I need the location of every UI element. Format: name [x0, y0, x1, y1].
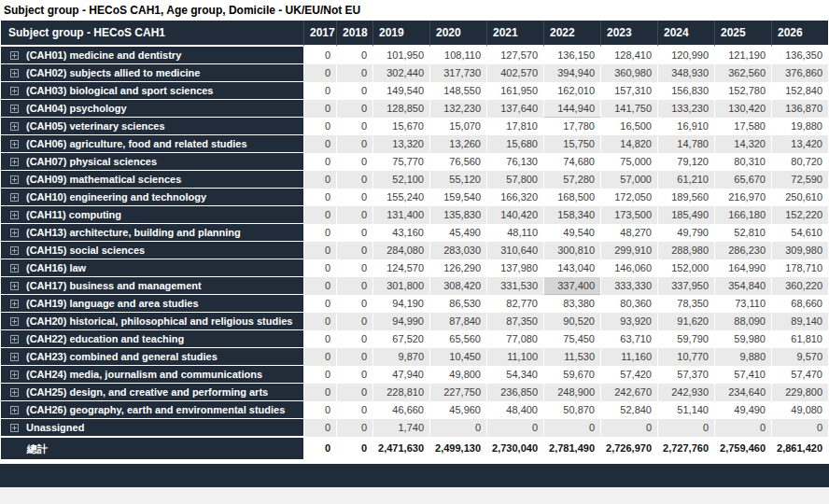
expand-plus-icon[interactable]	[10, 211, 19, 219]
data-cell[interactable]: 9,880	[714, 348, 771, 366]
data-cell[interactable]: 73,110	[714, 295, 771, 313]
data-cell[interactable]: 14,780	[657, 135, 714, 153]
expand-plus-icon[interactable]	[10, 317, 19, 326]
row-label-cell[interactable]: (CAH26) geography, earth and environment…	[1, 401, 303, 419]
row-label-cell[interactable]: (CAH24) media, journalism and communicat…	[1, 366, 303, 384]
column-header-2020[interactable]: 2020	[429, 21, 486, 47]
data-cell[interactable]: 136,150	[543, 47, 600, 64]
data-cell[interactable]: 242,930	[657, 384, 714, 401]
data-cell[interactable]: 0	[303, 277, 336, 295]
expand-plus-icon[interactable]	[10, 300, 19, 308]
data-cell[interactable]: 178,710	[771, 259, 828, 277]
data-cell[interactable]: 11,530	[543, 348, 600, 366]
column-header-2017[interactable]: 2017	[303, 21, 336, 47]
data-cell[interactable]: 67,520	[372, 330, 429, 348]
data-cell[interactable]: 0	[336, 153, 372, 171]
data-cell[interactable]: 50,870	[543, 401, 600, 419]
data-cell[interactable]: 9,870	[372, 348, 429, 366]
data-cell[interactable]: 173,500	[600, 206, 657, 224]
data-cell[interactable]: 0	[336, 384, 372, 401]
data-cell[interactable]: 11,100	[486, 348, 543, 366]
data-cell[interactable]: 301,800	[372, 277, 429, 295]
data-cell[interactable]: 136,350	[771, 47, 828, 64]
data-cell[interactable]: 86,530	[429, 295, 486, 313]
expand-plus-icon[interactable]	[10, 140, 19, 148]
data-cell[interactable]: 0	[336, 135, 372, 153]
data-cell[interactable]: 0	[303, 348, 336, 366]
data-cell[interactable]: 68,660	[771, 295, 828, 313]
data-cell[interactable]: 59,980	[714, 330, 771, 348]
data-cell[interactable]: 51,140	[657, 401, 714, 419]
data-cell[interactable]: 65,560	[429, 330, 486, 348]
data-cell[interactable]: 0	[303, 313, 336, 330]
row-label-cell[interactable]: (CAH20) historical, philosophical and re…	[1, 313, 303, 330]
data-cell[interactable]: 0	[303, 224, 336, 242]
data-cell[interactable]: 140,420	[486, 206, 543, 224]
data-cell[interactable]: 124,570	[372, 259, 429, 277]
data-cell[interactable]: 0	[336, 171, 372, 189]
data-cell[interactable]: 63,710	[600, 330, 657, 348]
row-label-cell[interactable]: (CAH10) engineering and technology	[1, 189, 303, 206]
data-cell[interactable]: 362,560	[714, 64, 771, 82]
data-cell[interactable]: 146,060	[600, 259, 657, 277]
data-cell[interactable]: 128,410	[600, 47, 657, 64]
data-cell[interactable]: 158,340	[543, 206, 600, 224]
data-cell[interactable]: 108,110	[429, 47, 486, 64]
row-label-cell[interactable]: (CAH22) education and teaching	[1, 330, 303, 348]
data-cell[interactable]: 250,610	[771, 189, 828, 206]
data-cell[interactable]: 300,810	[543, 242, 600, 259]
data-cell[interactable]: 90,520	[543, 313, 600, 330]
data-cell[interactable]: 10,770	[657, 348, 714, 366]
column-header-2023[interactable]: 2023	[600, 21, 657, 47]
data-cell[interactable]: 0	[303, 330, 336, 348]
data-cell[interactable]: 45,490	[429, 224, 486, 242]
row-label-cell[interactable]: (CAH13) architecture, building and plann…	[1, 224, 303, 242]
row-label-cell[interactable]: (CAH11) computing	[1, 206, 303, 224]
data-cell[interactable]: 236,850	[486, 384, 543, 401]
data-cell[interactable]: 149,540	[372, 82, 429, 100]
data-cell[interactable]: 91,620	[657, 313, 714, 330]
data-cell[interactable]: 152,780	[714, 82, 771, 100]
data-cell[interactable]: 48,270	[600, 224, 657, 242]
data-cell[interactable]: 83,380	[543, 295, 600, 313]
data-cell[interactable]: 80,360	[600, 295, 657, 313]
data-cell[interactable]: 14,320	[714, 135, 771, 153]
data-cell[interactable]: 168,500	[543, 189, 600, 206]
data-cell[interactable]: 77,080	[486, 330, 543, 348]
data-cell[interactable]: 13,320	[372, 135, 429, 153]
row-label-cell[interactable]: (CAH23) combined and general studies	[1, 348, 303, 366]
data-cell[interactable]: 0	[303, 100, 336, 118]
expand-plus-icon[interactable]	[10, 193, 19, 202]
data-cell[interactable]: 126,290	[429, 259, 486, 277]
data-cell[interactable]: 0	[336, 419, 372, 437]
row-label-cell[interactable]: (CAH25) design, and creative and perform…	[1, 384, 303, 401]
data-cell[interactable]: 166,180	[714, 206, 771, 224]
data-cell[interactable]: 0	[303, 135, 336, 153]
row-label-cell[interactable]: (CAH07) physical sciences	[1, 153, 303, 171]
data-cell[interactable]: 133,230	[657, 100, 714, 118]
data-cell[interactable]: 185,490	[657, 206, 714, 224]
total-cell[interactable]: 2,499,130	[429, 437, 486, 459]
data-cell[interactable]: 0	[336, 100, 372, 118]
data-cell[interactable]: 152,220	[771, 206, 828, 224]
column-header-2021[interactable]: 2021	[486, 21, 543, 47]
data-cell[interactable]: 0	[336, 330, 372, 348]
data-cell[interactable]: 0	[600, 419, 657, 437]
data-cell[interactable]: 57,280	[543, 171, 600, 189]
total-cell[interactable]: 2,759,460	[714, 437, 771, 459]
data-cell[interactable]: 61,210	[657, 171, 714, 189]
data-cell[interactable]: 234,640	[714, 384, 771, 401]
data-cell[interactable]: 9,570	[771, 348, 828, 366]
total-cell[interactable]: 2,727,760	[657, 437, 714, 459]
data-cell[interactable]: 76,130	[486, 153, 543, 171]
data-cell[interactable]: 16,500	[600, 118, 657, 135]
data-cell[interactable]: 172,050	[600, 189, 657, 206]
column-header-2024[interactable]: 2024	[657, 21, 714, 47]
expand-plus-icon[interactable]	[10, 105, 19, 113]
data-cell[interactable]: 360,980	[600, 64, 657, 82]
data-cell[interactable]: 11,160	[600, 348, 657, 366]
data-cell[interactable]: 121,190	[714, 47, 771, 64]
expand-plus-icon[interactable]	[10, 87, 19, 95]
data-cell[interactable]: 161,950	[486, 82, 543, 100]
data-cell[interactable]: 394,940	[543, 64, 600, 82]
